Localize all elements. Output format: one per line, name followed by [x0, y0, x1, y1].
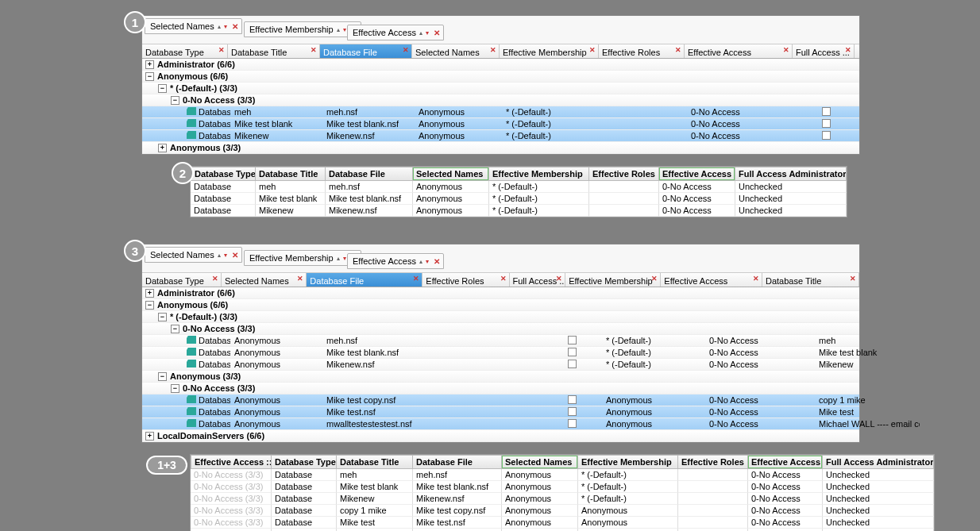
tree-data-row[interactable]: DatabasAnonymousmwalltestestestest.nsfAn… [142, 418, 859, 430]
table-column-header[interactable]: Full Access Administrator [735, 167, 847, 181]
remove-column-icon[interactable]: ✕ [675, 46, 681, 54]
tree-data-row[interactable]: DatabasAnonymousMike test copy.nsfAnonym… [142, 394, 859, 406]
remove-column-icon[interactable]: ✕ [311, 46, 317, 54]
expand-icon[interactable]: + [145, 432, 154, 441]
checkbox[interactable] [568, 395, 577, 404]
remove-column-icon[interactable]: ✕ [556, 275, 562, 283]
group-tab[interactable]: Effective Access▴▾✕ [347, 253, 444, 269]
collapse-icon[interactable]: − [145, 301, 154, 310]
sort-desc-icon[interactable]: ▾ [426, 258, 429, 265]
sort-desc-icon[interactable]: ▾ [426, 29, 429, 37]
table-column-header[interactable]: Database File [326, 167, 413, 181]
tree-data-row[interactable]: DatabasAnonymousMike test blank.nsf* (-D… [142, 347, 859, 359]
table-row[interactable]: 0-No Access (3/3)Databasecopy 1 mikeMike… [191, 505, 934, 517]
table-column-header[interactable]: Effective Access [748, 455, 823, 469]
table-column-header[interactable]: Effective Access :: [191, 455, 272, 469]
column-header[interactable]: Database Title✕ [228, 44, 320, 58]
remove-column-icon[interactable]: ✕ [845, 46, 851, 54]
tree-group-row[interactable]: −0-No Access (3/3) [142, 323, 859, 335]
table-row[interactable]: Databasemehmeh.nsfAnonymous* (-Default-)… [191, 181, 847, 193]
sort-asc-icon[interactable]: ▴ [337, 255, 340, 262]
table-column-header[interactable]: Database File [413, 455, 502, 469]
remove-column-icon[interactable]: ✕ [490, 46, 496, 54]
tree-data-row[interactable]: DatabasAnonymousMike test.nsfAnonymous0-… [142, 406, 859, 418]
tree-group-row[interactable]: +Anonymous (3/3) [142, 142, 859, 154]
expand-icon[interactable]: + [145, 60, 154, 69]
sort-desc-icon[interactable]: ▾ [224, 23, 227, 30]
remove-column-icon[interactable]: ✕ [589, 46, 596, 54]
remove-column-icon[interactable]: ✕ [218, 46, 225, 54]
remove-column-icon[interactable]: ✕ [753, 275, 759, 283]
tree-group-row[interactable]: −* (-Default-) (3/3) [142, 311, 859, 323]
remove-column-icon[interactable]: ✕ [783, 46, 789, 54]
tree-data-row[interactable]: DatabasMike test blankMike test blank.ns… [142, 118, 859, 130]
tree-data-row[interactable]: DatabasAnonymousmeh.nsf* (-Default-)0-No… [142, 335, 859, 347]
table-column-header[interactable]: Effective Membership [489, 167, 589, 181]
collapse-icon[interactable]: − [171, 384, 179, 393]
group-tab[interactable]: Selected Names▴▾✕ [145, 247, 242, 263]
tree-group-row[interactable]: −* (-Default-) (3/3) [142, 83, 859, 94]
column-header[interactable]: Selected Names✕ [412, 44, 500, 58]
tree-data-row[interactable]: Databasmehmeh.nsfAnonymous* (-Default-)0… [142, 106, 859, 118]
close-icon[interactable]: ✕ [434, 257, 440, 266]
tree-group-row[interactable]: +Administrator (6/6) [142, 287, 859, 299]
collapse-icon[interactable]: − [158, 313, 167, 321]
sort-desc-icon[interactable]: ▾ [343, 255, 346, 262]
sort-asc-icon[interactable]: ▴ [419, 258, 422, 265]
table-column-header[interactable]: Selected Names [413, 167, 489, 181]
column-header[interactable]: Effective Access✕ [685, 44, 793, 58]
column-header[interactable]: Database Type✕ [142, 44, 228, 58]
remove-column-icon[interactable]: ✕ [850, 275, 856, 283]
table-column-header[interactable]: Effective Roles [589, 167, 659, 181]
column-header[interactable]: Database File✕ [307, 273, 422, 287]
checkbox[interactable] [568, 348, 577, 356]
table-column-header[interactable]: Effective Roles [678, 455, 748, 469]
tree-group-row[interactable]: −0-No Access (3/3) [142, 94, 859, 106]
column-header[interactable]: Effective Membership✕ [565, 273, 661, 287]
collapse-icon[interactable]: − [158, 372, 167, 381]
expand-icon[interactable]: + [158, 144, 167, 152]
group-tab[interactable]: Effective Membership▴▾✕ [244, 250, 361, 266]
group-tab[interactable]: Effective Membership▴▾✕ [244, 21, 361, 37]
remove-column-icon[interactable]: ✕ [403, 46, 409, 54]
collapse-icon[interactable]: − [171, 96, 179, 105]
sort-asc-icon[interactable]: ▴ [218, 252, 221, 259]
table-row[interactable]: DatabaseMikenewMikenew.nsfAnonymous* (-D… [191, 205, 847, 217]
column-header[interactable]: Effective Membership✕ [500, 44, 599, 58]
group-tab[interactable]: Selected Names▴▾✕ [145, 18, 242, 34]
table-column-header[interactable]: Database Title [256, 167, 326, 181]
sort-asc-icon[interactable]: ▴ [218, 23, 221, 30]
table-column-header[interactable]: Effective Membership [578, 455, 678, 469]
remove-column-icon[interactable]: ✕ [413, 275, 419, 283]
remove-column-icon[interactable]: ✕ [297, 275, 303, 283]
table-row[interactable]: 0-No Access (3/3)DatabaseMike test blank… [191, 481, 934, 493]
remove-column-icon[interactable]: ✕ [500, 275, 507, 283]
table-row[interactable]: 0-No Access (3/3)Databasemehmeh.nsfAnony… [191, 469, 934, 481]
column-header[interactable]: Effective Access✕ [661, 273, 762, 287]
group-tab[interactable]: Effective Access▴▾✕ [347, 25, 444, 40]
table-column-header[interactable]: Effective Access [659, 167, 735, 181]
table-column-header[interactable]: Full Access Administrator [823, 455, 934, 469]
table-column-header[interactable]: Database Title [337, 455, 413, 469]
column-header[interactable]: Full Access ...✕ [793, 44, 855, 58]
close-icon[interactable]: ✕ [232, 22, 238, 31]
close-icon[interactable]: ✕ [434, 29, 440, 37]
column-header[interactable]: Effective Roles✕ [422, 273, 509, 287]
sort-desc-icon[interactable]: ▾ [343, 26, 346, 33]
column-header[interactable]: Database Title✕ [762, 273, 859, 287]
collapse-icon[interactable]: − [171, 325, 179, 333]
tree-group-row[interactable]: +Administrator (6/6) [142, 59, 859, 71]
checkbox[interactable] [568, 336, 577, 344]
tree-data-row[interactable]: DatabasMikenewMikenew.nsfAnonymous* (-De… [142, 130, 859, 142]
checkbox[interactable] [568, 360, 577, 368]
sort-asc-icon[interactable]: ▴ [337, 26, 340, 33]
table-column-header[interactable]: Database Type [191, 167, 256, 181]
column-header[interactable]: Database File✕ [320, 44, 412, 58]
checkbox[interactable] [822, 119, 831, 128]
expand-icon[interactable]: + [145, 289, 154, 298]
checkbox[interactable] [568, 407, 577, 416]
table-row[interactable]: 0-No Access (3/3)DatabaseMike testMike t… [191, 517, 934, 529]
column-header[interactable]: Database Type✕ [142, 273, 222, 287]
tree-group-row[interactable]: −Anonymous (3/3) [142, 371, 859, 383]
table-row[interactable]: 0-No Access (3/3)DatabaseMikenewMikenew.… [191, 493, 934, 505]
